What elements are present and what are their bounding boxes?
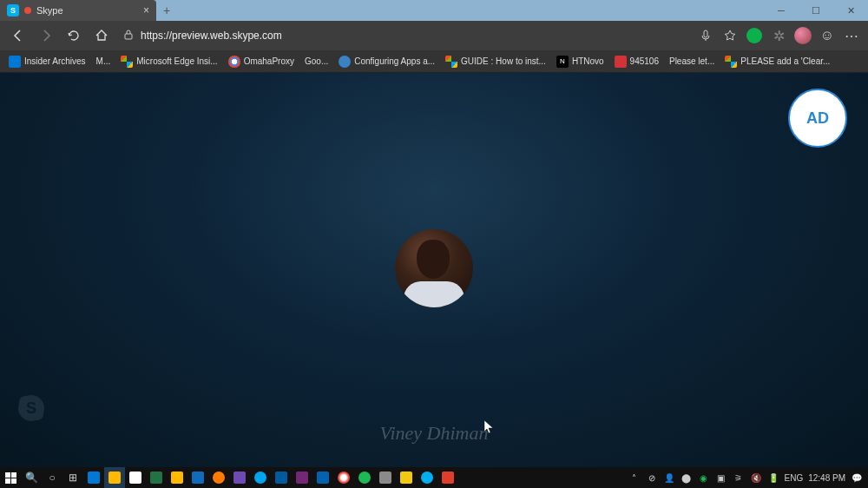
cortana-icon[interactable]: ○ — [42, 467, 62, 488]
taskbar: 🔍 ○ ⊞ ˄ ⊘ 👤 ⬤ ◉ ▣ ⚞ 🔇 🔋 ENG 12:48 PM 💬 — [0, 467, 868, 488]
close-tab-icon[interactable]: × — [143, 4, 149, 16]
taskbar-app[interactable] — [333, 467, 354, 488]
menu-button[interactable]: ⋯ — [840, 24, 863, 47]
tray-icon[interactable]: ▣ — [715, 472, 727, 484]
taskbar-app[interactable] — [250, 467, 271, 488]
taskbar-app[interactable] — [354, 467, 375, 488]
taskbar-app[interactable] — [229, 467, 250, 488]
tray-icon[interactable]: ⊘ — [646, 472, 658, 484]
tray-icon[interactable]: ⬤ — [681, 472, 693, 484]
task-view-icon[interactable]: ⊞ — [62, 467, 83, 488]
svg-rect-0 — [125, 34, 132, 39]
bookmark-item[interactable]: Configuring Apps a... — [335, 54, 438, 69]
maximize-button[interactable]: ☐ — [799, 0, 833, 21]
taskbar-app[interactable] — [146, 467, 167, 488]
skype-favicon: S — [7, 4, 19, 16]
profile-avatar-large — [395, 229, 473, 307]
bookmark-item[interactable]: Insider Archives — [5, 54, 89, 69]
bookmarks-bar: Insider Archives M... Microsoft Edge Ins… — [0, 50, 868, 73]
address-bar: https://preview.web.skype.com ✲ ☺ ⋯ — [0, 21, 868, 50]
bookmark-item[interactable]: NHTNovo — [553, 54, 608, 69]
skype-watermark-icon: S — [16, 392, 47, 424]
taskbar-app[interactable] — [125, 467, 146, 488]
bookmark-item[interactable]: 945106 — [611, 54, 662, 69]
signature-watermark: Viney Dhiman — [380, 422, 489, 445]
title-bar: S Skype × + ─ ☐ ✕ — [0, 0, 868, 21]
minimize-button[interactable]: ─ — [764, 0, 799, 21]
refresh-button[interactable] — [61, 23, 87, 49]
grammarly-icon[interactable] — [743, 24, 766, 47]
lock-icon — [123, 30, 134, 43]
feedback-icon[interactable]: ☺ — [816, 24, 838, 47]
tray-chevron-icon[interactable]: ˄ — [628, 472, 641, 484]
profile-avatar[interactable] — [792, 24, 814, 47]
bookmark-item[interactable]: PLEASE add a 'Clear... — [721, 54, 833, 69]
taskbar-app[interactable] — [375, 467, 396, 488]
system-tray: ˄ ⊘ 👤 ⬤ ◉ ▣ ⚞ 🔇 🔋 ENG 12:48 PM 💬 — [628, 472, 868, 484]
taskbar-app[interactable] — [104, 467, 125, 488]
taskbar-app[interactable] — [396, 467, 417, 488]
bookmark-item[interactable]: GUIDE : How to inst... — [442, 54, 549, 69]
forward-button[interactable] — [33, 23, 59, 49]
new-tab-button[interactable]: + — [156, 0, 177, 21]
url-text: https://preview.web.skype.com — [141, 30, 282, 42]
taskbar-app[interactable] — [417, 467, 437, 488]
taskbar-app[interactable] — [187, 467, 208, 488]
tray-language[interactable]: ENG — [785, 473, 804, 483]
bookmark-item[interactable]: OmahaProxy — [225, 54, 298, 69]
microphone-icon[interactable] — [694, 24, 717, 47]
taskbar-app[interactable] — [167, 467, 187, 488]
taskbar-app[interactable] — [271, 467, 292, 488]
svg-rect-1 — [704, 30, 707, 37]
url-field[interactable]: https://preview.web.skype.com — [116, 24, 693, 47]
page-content: AD S Viney Dhiman — [0, 73, 868, 467]
taskbar-app[interactable] — [437, 467, 458, 488]
svg-rect-8 — [5, 478, 10, 484]
ad-badge[interactable]: AD — [788, 89, 847, 148]
svg-text:S: S — [26, 399, 36, 417]
taskbar-app[interactable] — [292, 467, 312, 488]
tray-volume-icon[interactable]: 🔇 — [750, 472, 762, 484]
tray-people-icon[interactable]: 👤 — [663, 472, 675, 484]
favorite-icon[interactable] — [719, 24, 741, 47]
taskbar-app[interactable] — [312, 467, 333, 488]
notifications-icon[interactable]: 💬 — [851, 472, 863, 484]
tray-clock[interactable]: 12:48 PM — [808, 473, 845, 483]
svg-rect-6 — [5, 472, 10, 478]
tray-wifi-icon[interactable]: ⚞ — [733, 472, 745, 484]
tray-spotify-icon[interactable]: ◉ — [698, 472, 710, 484]
tab-title: Skype — [36, 5, 138, 16]
svg-rect-9 — [11, 478, 16, 484]
extension-icon[interactable]: ✲ — [767, 24, 790, 47]
bookmark-item[interactable]: M... — [93, 55, 115, 68]
bookmark-item[interactable]: Goo... — [301, 55, 332, 68]
bookmark-item[interactable]: Microsoft Edge Insi... — [117, 54, 220, 69]
back-button[interactable] — [5, 23, 31, 49]
svg-rect-7 — [11, 472, 16, 478]
search-icon[interactable]: 🔍 — [21, 467, 42, 488]
start-button[interactable] — [0, 467, 21, 488]
close-window-button[interactable]: ✕ — [833, 0, 868, 21]
recording-indicator-icon — [24, 7, 31, 14]
browser-tab[interactable]: S Skype × — [0, 0, 156, 21]
bookmark-item[interactable]: Please let... — [666, 55, 718, 68]
tray-battery-icon[interactable]: 🔋 — [767, 472, 779, 484]
taskbar-app[interactable] — [83, 467, 104, 488]
taskbar-app[interactable] — [208, 467, 229, 488]
home-button[interactable] — [89, 23, 115, 49]
